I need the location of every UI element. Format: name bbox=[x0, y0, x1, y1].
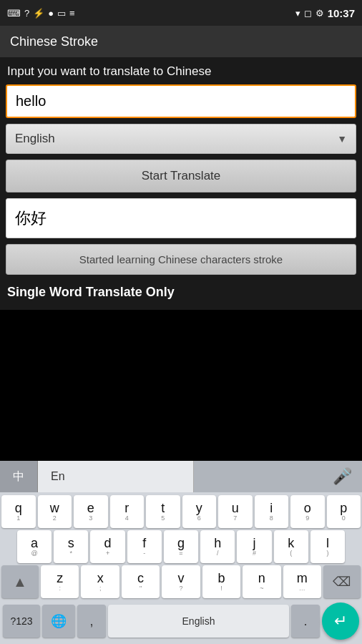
wifi-icon: ▾ bbox=[295, 8, 300, 19]
language-dropdown[interactable]: English ▼ bbox=[6, 124, 356, 154]
result-field: 你好 bbox=[6, 198, 356, 238]
keyboard-shift-key[interactable]: ▲ bbox=[1, 565, 39, 598]
keyboard-key-t[interactable]: t5 bbox=[146, 495, 180, 528]
keyboard-row-1: q1w2e3r4t5y6u7i8o9p0 bbox=[1, 495, 361, 528]
input-value: hello bbox=[16, 93, 46, 109]
keyboard-key-s[interactable]: s* bbox=[54, 530, 88, 563]
microphone-icon[interactable]: 🎤 bbox=[323, 461, 362, 492]
app-icon-3: ≡ bbox=[69, 8, 75, 19]
usb-icon: ⚡ bbox=[33, 8, 44, 19]
keyboard-key-m[interactable]: m… bbox=[283, 565, 321, 598]
keyboard-key-r[interactable]: r4 bbox=[110, 495, 145, 528]
keyboard-key-y[interactable]: y6 bbox=[182, 495, 217, 528]
keyboard-key-q[interactable]: q1 bbox=[1, 495, 36, 528]
app-title: Chinese Stroke bbox=[10, 34, 98, 49]
battery-icon: ⚙ bbox=[315, 8, 324, 19]
keyboard-enter-key[interactable]: ↵ bbox=[322, 602, 359, 640]
keyboard-lang-zh[interactable]: 中 bbox=[0, 461, 38, 492]
keyboard-comma-key[interactable]: , bbox=[77, 605, 106, 638]
signal-icon: ◻ bbox=[304, 8, 312, 19]
keyboard-key-p[interactable]: p0 bbox=[327, 495, 361, 528]
keyboard-space-key[interactable]: English bbox=[108, 605, 289, 638]
keyboard-row-3: ▲z:x;c"v?b!n~m…⌫ bbox=[1, 565, 361, 598]
keyboard-key-k[interactable]: k( bbox=[274, 530, 308, 563]
globe-icon[interactable]: 🌐 bbox=[42, 605, 75, 638]
title-bar: Chinese Stroke bbox=[0, 26, 362, 57]
keyboard-backspace-key[interactable]: ⌫ bbox=[323, 565, 361, 598]
keyboard-key-v[interactable]: v? bbox=[162, 565, 200, 598]
status-bar: ⌨ ? ⚡ ● ▭ ≡ ▾ ◻ ⚙ 10:37 bbox=[0, 0, 362, 26]
keyboard-key-a[interactable]: a@ bbox=[17, 530, 52, 563]
keyboard-key-e[interactable]: e3 bbox=[74, 495, 108, 528]
keyboard-key-i[interactable]: i8 bbox=[255, 495, 289, 528]
keyboard-row-2: a@s*d+f-g=h/j#k(l) bbox=[1, 530, 361, 563]
keyboard-num-key[interactable]: ?123 bbox=[3, 605, 40, 638]
keyboard-key-j[interactable]: j# bbox=[237, 530, 271, 563]
keyboard-rows: q1w2e3r4t5y6u7i8o9p0 a@s*d+f-g=h/j#k(l) … bbox=[0, 492, 362, 598]
keyboard-key-w[interactable]: w2 bbox=[38, 495, 72, 528]
keyboard-period-key[interactable]: . bbox=[291, 605, 320, 638]
main-content: Input you want to translate to Chinese h… bbox=[0, 57, 362, 310]
translate-button[interactable]: Start Translate bbox=[6, 160, 356, 192]
keyboard-key-c[interactable]: c" bbox=[122, 565, 160, 598]
keyboard-key-d[interactable]: d+ bbox=[90, 530, 124, 563]
keyboard-bottom-row: ?123 🌐 , English . ↵ bbox=[0, 600, 362, 644]
keyboard-lang-en[interactable]: En bbox=[38, 461, 194, 492]
app-icon-2: ▭ bbox=[57, 8, 66, 19]
keyboard: 中 En 🎤 q1w2e3r4t5y6u7i8o9p0 a@s*d+f-g=h/… bbox=[0, 461, 362, 644]
result-value: 你好 bbox=[15, 209, 47, 227]
language-label: English bbox=[15, 132, 55, 146]
keyboard-key-b[interactable]: b! bbox=[202, 565, 240, 598]
instruction-text: Input you want to translate to Chinese bbox=[6, 64, 356, 79]
status-icons-right: ▾ ◻ ⚙ 10:37 bbox=[295, 7, 355, 19]
app-icon-1: ● bbox=[48, 8, 54, 19]
single-word-note: Single Word Translate Only bbox=[6, 280, 356, 306]
keyboard-key-x[interactable]: x; bbox=[81, 565, 119, 598]
keyboard-key-z[interactable]: z: bbox=[41, 565, 79, 598]
chevron-down-icon: ▼ bbox=[337, 133, 347, 145]
keyboard-key-l[interactable]: l) bbox=[310, 530, 345, 563]
status-time: 10:37 bbox=[328, 7, 355, 19]
learn-button[interactable]: Started learning Chinese characters stro… bbox=[6, 244, 356, 275]
status-icons-left: ⌨ ? ⚡ ● ▭ ≡ bbox=[7, 8, 75, 19]
question-icon: ? bbox=[24, 8, 29, 19]
keyboard-key-f[interactable]: f- bbox=[127, 530, 162, 563]
keyboard-toolbar: 中 En 🎤 bbox=[0, 461, 362, 492]
translation-input[interactable]: hello bbox=[6, 84, 356, 118]
keyboard-key-u[interactable]: u7 bbox=[218, 495, 253, 528]
keyboard-key-o[interactable]: o9 bbox=[290, 495, 325, 528]
keyboard-key-n[interactable]: n~ bbox=[243, 565, 280, 598]
keyboard-key-g[interactable]: g= bbox=[164, 530, 198, 563]
keyboard-key-h[interactable]: h/ bbox=[200, 530, 235, 563]
keyboard-icon: ⌨ bbox=[7, 8, 21, 19]
